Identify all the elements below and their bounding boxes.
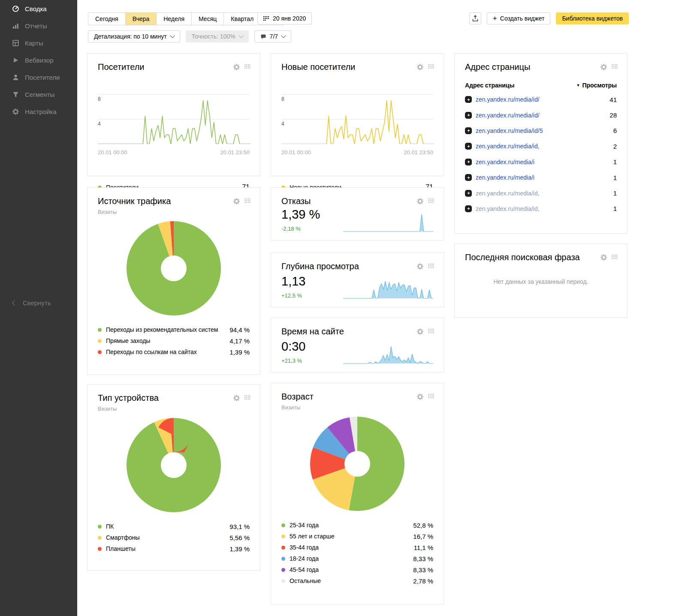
- page-url-link[interactable]: zen.yandex.ru/media/id/5: [465, 127, 613, 134]
- legend-label: 25-34 года: [290, 522, 413, 529]
- detalization-dropdown[interactable]: Детализация: по 10 минут: [88, 30, 180, 42]
- widget-title: Глубина просмотра: [281, 261, 416, 271]
- widget-drag-icon[interactable]: [428, 64, 434, 70]
- dashboard-icon: [12, 5, 19, 12]
- widget-gear-icon[interactable]: [416, 198, 424, 205]
- widget-drag-icon[interactable]: [428, 329, 434, 335]
- legend-value: 5,56 %: [229, 534, 250, 541]
- sidebar-item-visitors[interactable]: Посетители: [0, 69, 77, 86]
- sidebar-item-segments[interactable]: Сегменты: [0, 86, 77, 103]
- widget-drag-icon[interactable]: [428, 198, 434, 204]
- page-url-link[interactable]: zen.yandex.ru/media/id/: [465, 112, 610, 119]
- widget-device-type: Тип устройства Визиты ПК 93,1 % Смартфон…: [87, 384, 260, 571]
- layout-grid-icon: [12, 39, 19, 47]
- widget-drag-icon[interactable]: [428, 394, 434, 400]
- person-icon: [12, 74, 19, 81]
- page-url-link[interactable]: zen.yandex.ru/media/id,: [465, 143, 613, 150]
- widget-gear-icon[interactable]: [600, 254, 607, 261]
- url-table: Адрес страницы ▼ Просмотры zen.yandex.ru…: [465, 79, 617, 216]
- accuracy-dropdown[interactable]: Точность: 100%: [186, 30, 249, 42]
- tab-week[interactable]: Неделя: [157, 13, 192, 25]
- widget-library-button[interactable]: Библиотека виджетов: [556, 12, 629, 24]
- line-chart-area: 8 4 20.01 00:00 20.01 23:50: [271, 72, 444, 171]
- legend-value: 52,8 %: [413, 522, 433, 529]
- widget-drag-icon[interactable]: [244, 64, 250, 70]
- tab-month[interactable]: Месяц: [192, 13, 224, 25]
- page-url-link[interactable]: zen.yandex.ru/media/i: [465, 174, 613, 181]
- calendar-dots-icon: [263, 16, 269, 21]
- widget-new-visitors: Новые посетители 8 4 20.01 00:00 20.01 2…: [271, 53, 444, 176]
- widget-gear-icon[interactable]: [416, 63, 424, 71]
- widget-gear-icon[interactable]: [233, 198, 240, 205]
- accuracy-label: Точность: 100%: [192, 33, 235, 40]
- sort-desc-icon: ▼: [576, 83, 580, 87]
- zen-icon: [465, 112, 472, 119]
- x-axis-labels: 20.01 00:00 20.01 23:50: [281, 149, 433, 156]
- views-value: 1: [613, 174, 617, 181]
- tab-today[interactable]: Сегодня: [88, 13, 126, 25]
- widget-library-label: Библиотека виджетов: [562, 15, 623, 22]
- page-url-link[interactable]: zen.yandex.ru/media/id/: [465, 96, 610, 103]
- page-url-link[interactable]: zen.yandex.ru/media/i: [465, 159, 613, 165]
- legend-dot: [98, 536, 102, 540]
- sidebar-item-maps[interactable]: Карты: [0, 34, 77, 51]
- sidebar-collapse-button[interactable]: Свернуть: [13, 299, 51, 306]
- legend-dot: [281, 535, 285, 538]
- widget-gear-icon[interactable]: [416, 393, 424, 400]
- sidebar-item-settings[interactable]: Настройка: [0, 103, 77, 120]
- legend-value: 93,1 %: [229, 523, 250, 530]
- legend-value: 2,78 %: [413, 577, 433, 585]
- donut-legend: ПК 93,1 % Смартфоны 5,56 % Планшеты 1,39…: [88, 521, 260, 554]
- legend-label: Переходы из рекомендательных систем: [106, 326, 229, 333]
- chevron-down-icon: [170, 33, 175, 38]
- column-header-url[interactable]: Адрес страницы: [465, 82, 576, 89]
- legend-dot: [281, 523, 285, 527]
- bounce-sparkline: [343, 211, 433, 233]
- widget-gear-icon[interactable]: [233, 63, 240, 71]
- legend-row: 25-34 года 52,8 %: [271, 520, 444, 531]
- url-table-header: Адрес страницы ▼ Просмотры: [465, 79, 617, 92]
- sidebar-item-webvisor[interactable]: Вебвизор: [0, 51, 77, 69]
- widget-visitors: Посетители 8 4 20.01 00:00 20.01 23:50 П…: [87, 53, 260, 176]
- date-picker-button[interactable]: 20 янв 2020: [257, 12, 312, 24]
- traffic-source-donut: [127, 221, 221, 316]
- toolbar-row2: Детализация: по 10 минут Точность: 100% …: [88, 30, 291, 42]
- widget-gear-icon[interactable]: [233, 394, 240, 402]
- widget-drag-icon[interactable]: [244, 198, 250, 204]
- sidebar-item-summary[interactable]: Сводка: [0, 0, 77, 17]
- comments-label: 7/7: [270, 33, 278, 40]
- tab-quarter[interactable]: Квартал: [224, 13, 261, 25]
- tab-yesterday[interactable]: Вчера: [126, 13, 157, 25]
- sidebar-item-reports[interactable]: Отчеты: [0, 17, 77, 34]
- sidebar: Сводка Отчеты Карты Вебвизор Посетители …: [0, 0, 77, 616]
- widget-subtitle: Визиты: [271, 402, 444, 411]
- date-label: 20 янв 2020: [273, 15, 306, 22]
- widget-title: Последняя поисковая фраза: [465, 252, 600, 262]
- create-widget-button[interactable]: + Создать виджет: [487, 12, 551, 24]
- widget-drag-icon[interactable]: [612, 255, 618, 261]
- widget-drag-icon[interactable]: [612, 64, 618, 70]
- bar-chart-icon: [12, 22, 19, 30]
- page-url-link[interactable]: zen.yandex.ru/media/id,: [465, 190, 613, 197]
- legend-row: 35-44 года 11,1 %: [271, 542, 444, 553]
- play-icon: [12, 57, 19, 64]
- gear-icon: [12, 108, 19, 115]
- table-row: zen.yandex.ru/media/i 1: [465, 170, 617, 185]
- widget-drag-icon[interactable]: [244, 395, 250, 401]
- legend-label: Остальные: [290, 577, 413, 584]
- legend-value: 8,33 %: [413, 566, 433, 574]
- comments-dropdown[interactable]: 7/7: [254, 30, 291, 42]
- column-header-views[interactable]: Просмотры: [582, 82, 617, 89]
- widget-age: Возраст Визиты 25-34 года 52,8 % 55 лет …: [271, 383, 444, 604]
- widget-gear-icon[interactable]: [600, 63, 607, 71]
- sidebar-item-label: Вебвизор: [25, 57, 54, 64]
- export-button[interactable]: [469, 12, 481, 24]
- legend-dot: [98, 328, 102, 332]
- widget-drag-icon[interactable]: [428, 264, 434, 270]
- legend-label: 35-44 года: [290, 544, 413, 551]
- legend-label: 18-24 года: [290, 555, 413, 562]
- page-url-link[interactable]: zen.yandex.ru/media/id,: [465, 205, 613, 212]
- widget-gear-icon[interactable]: [416, 263, 424, 270]
- widget-gear-icon[interactable]: [416, 328, 424, 335]
- widget-title: Посетители: [98, 62, 233, 72]
